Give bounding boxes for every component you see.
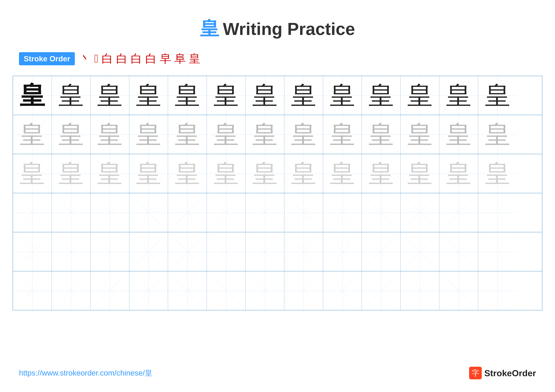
cell-2-12[interactable]: 皇 bbox=[439, 115, 478, 154]
cell-3-2[interactable]: 皇 bbox=[52, 154, 90, 193]
cell-2-2[interactable]: 皇 bbox=[52, 115, 90, 154]
cell-5-2[interactable] bbox=[52, 232, 90, 271]
stroke-8: 阜 bbox=[174, 51, 186, 66]
cell-2-5[interactable]: 皇 bbox=[168, 115, 207, 154]
grid-row-1: 皇 皇 皇 皇 皇 皇 皇 皇 皇 皇 皇 皇 皇 bbox=[13, 76, 542, 115]
page-title: 皇 Writing Practice bbox=[0, 0, 555, 42]
cell-1-5[interactable]: 皇 bbox=[168, 76, 207, 115]
cell-3-3[interactable]: 皇 bbox=[90, 154, 129, 193]
cell-4-4[interactable] bbox=[129, 193, 168, 232]
cell-4-6[interactable] bbox=[207, 193, 246, 232]
cell-5-3[interactable] bbox=[90, 232, 129, 271]
cell-6-1[interactable] bbox=[13, 271, 52, 310]
cell-3-13[interactable]: 皇 bbox=[478, 154, 517, 193]
cell-4-3[interactable] bbox=[90, 193, 129, 232]
cell-6-2[interactable] bbox=[52, 271, 90, 310]
grid-row-3: 皇 皇 皇 皇 皇 皇 皇 皇 皇 皇 皇 皇 皇 bbox=[13, 154, 542, 193]
cell-1-4[interactable]: 皇 bbox=[129, 76, 168, 115]
cell-5-1[interactable] bbox=[13, 232, 52, 271]
cell-1-10[interactable]: 皇 bbox=[362, 76, 401, 115]
cell-1-13[interactable]: 皇 bbox=[478, 76, 517, 115]
cell-6-3[interactable] bbox=[90, 271, 129, 310]
cell-6-4[interactable] bbox=[129, 271, 168, 310]
cell-3-1[interactable]: 皇 bbox=[13, 154, 52, 193]
cell-1-8[interactable]: 皇 bbox=[284, 76, 323, 115]
cell-6-12[interactable] bbox=[439, 271, 478, 310]
cell-4-5[interactable] bbox=[168, 193, 207, 232]
cell-6-7[interactable] bbox=[246, 271, 284, 310]
cell-2-11[interactable]: 皇 bbox=[401, 115, 439, 154]
cell-5-8[interactable] bbox=[284, 232, 323, 271]
stroke-7: 皁 bbox=[160, 51, 171, 66]
stroke-4: 白 bbox=[116, 51, 128, 66]
cell-5-6[interactable] bbox=[207, 232, 246, 271]
cell-2-8[interactable]: 皇 bbox=[284, 115, 323, 154]
footer: https://www.strokeorder.com/chinese/皇 字 … bbox=[0, 367, 555, 379]
cell-3-7[interactable]: 皇 bbox=[246, 154, 284, 193]
stroke-sequence: 丶 𠃌 白 白 白 白 皁 阜 皇 bbox=[80, 51, 200, 66]
title-character: 皇 bbox=[200, 18, 219, 39]
cell-3-8[interactable]: 皇 bbox=[284, 154, 323, 193]
cell-6-9[interactable] bbox=[323, 271, 362, 310]
cell-5-9[interactable] bbox=[323, 232, 362, 271]
cell-1-3[interactable]: 皇 bbox=[90, 76, 129, 115]
cell-2-13[interactable]: 皇 bbox=[478, 115, 517, 154]
grid-row-4 bbox=[13, 193, 542, 232]
cell-1-1[interactable]: 皇 bbox=[13, 76, 52, 115]
cell-3-9[interactable]: 皇 bbox=[323, 154, 362, 193]
cell-4-2[interactable] bbox=[52, 193, 90, 232]
cell-6-10[interactable] bbox=[362, 271, 401, 310]
cell-2-10[interactable]: 皇 bbox=[362, 115, 401, 154]
cell-6-11[interactable] bbox=[401, 271, 439, 310]
cell-1-11[interactable]: 皇 bbox=[401, 76, 439, 115]
cell-1-7[interactable]: 皇 bbox=[246, 76, 284, 115]
cell-4-11[interactable] bbox=[401, 193, 439, 232]
stroke-order-badge: Stroke Order bbox=[19, 52, 75, 65]
cell-5-11[interactable] bbox=[401, 232, 439, 271]
cell-2-4[interactable]: 皇 bbox=[129, 115, 168, 154]
stroke-5: 白 bbox=[131, 51, 142, 66]
cell-4-10[interactable] bbox=[362, 193, 401, 232]
cell-3-10[interactable]: 皇 bbox=[362, 154, 401, 193]
cell-4-9[interactable] bbox=[323, 193, 362, 232]
cell-4-7[interactable] bbox=[246, 193, 284, 232]
cell-4-1[interactable] bbox=[13, 193, 52, 232]
cell-4-8[interactable] bbox=[284, 193, 323, 232]
footer-url[interactable]: https://www.strokeorder.com/chinese/皇 bbox=[19, 368, 152, 378]
cell-6-8[interactable] bbox=[284, 271, 323, 310]
cell-2-9[interactable]: 皇 bbox=[323, 115, 362, 154]
cell-3-4[interactable]: 皇 bbox=[129, 154, 168, 193]
logo-icon: 字 bbox=[469, 367, 482, 379]
cell-5-4[interactable] bbox=[129, 232, 168, 271]
footer-logo: 字 StrokeOrder bbox=[469, 367, 536, 379]
cell-2-7[interactable]: 皇 bbox=[246, 115, 284, 154]
cell-5-7[interactable] bbox=[246, 232, 284, 271]
cell-6-5[interactable] bbox=[168, 271, 207, 310]
cell-6-13[interactable] bbox=[478, 271, 517, 310]
cell-4-13[interactable] bbox=[478, 193, 517, 232]
grid-row-5 bbox=[13, 232, 542, 271]
cell-1-6[interactable]: 皇 bbox=[207, 76, 246, 115]
cell-5-12[interactable] bbox=[439, 232, 478, 271]
cell-5-5[interactable] bbox=[168, 232, 207, 271]
cell-3-12[interactable]: 皇 bbox=[439, 154, 478, 193]
logo-name: StrokeOrder bbox=[484, 368, 536, 378]
cell-2-6[interactable]: 皇 bbox=[207, 115, 246, 154]
cell-3-11[interactable]: 皇 bbox=[401, 154, 439, 193]
cell-5-13[interactable] bbox=[478, 232, 517, 271]
cell-3-6[interactable]: 皇 bbox=[207, 154, 246, 193]
cell-1-12[interactable]: 皇 bbox=[439, 76, 478, 115]
cell-6-6[interactable] bbox=[207, 271, 246, 310]
cell-2-1[interactable]: 皇 bbox=[13, 115, 52, 154]
practice-grid: 皇 皇 皇 皇 皇 皇 皇 皇 皇 皇 皇 皇 皇 皇 皇 皇 皇 皇 皇 皇 … bbox=[13, 76, 542, 310]
stroke-3: 白 bbox=[102, 51, 113, 66]
cell-3-5[interactable]: 皇 bbox=[168, 154, 207, 193]
stroke-1: 丶 bbox=[80, 51, 91, 66]
cell-1-2[interactable]: 皇 bbox=[52, 76, 90, 115]
cell-2-3[interactable]: 皇 bbox=[90, 115, 129, 154]
cell-4-12[interactable] bbox=[439, 193, 478, 232]
cell-1-9[interactable]: 皇 bbox=[323, 76, 362, 115]
char-reference: 皇 bbox=[20, 83, 45, 108]
cell-5-10[interactable] bbox=[362, 232, 401, 271]
grid-row-6 bbox=[13, 271, 542, 310]
